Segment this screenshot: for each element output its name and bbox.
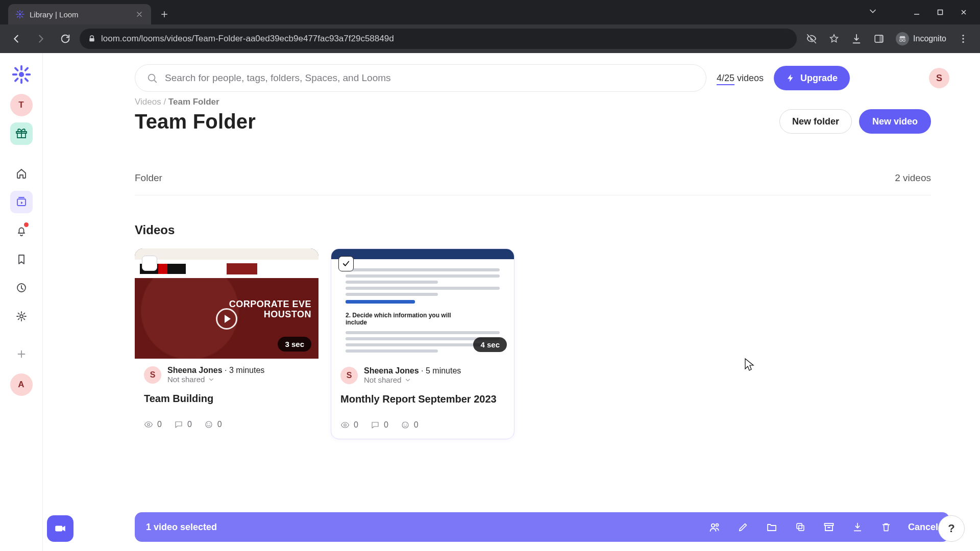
member-initial: A	[18, 380, 24, 390]
help-fab[interactable]: ?	[938, 515, 965, 542]
upgrade-button[interactable]: Upgrade	[774, 66, 850, 90]
comment-icon	[174, 420, 183, 429]
svg-point-16	[962, 38, 964, 39]
page-title: Team Folder	[135, 110, 256, 133]
svg-rect-21	[12, 73, 17, 76]
video-grid: CORPORATE EVE HOUSTON 3 sec S Sheena Jon…	[135, 248, 931, 439]
sidebar: T A	[0, 53, 43, 551]
archive-icon[interactable]	[818, 516, 840, 538]
bookmark-star-icon[interactable]	[823, 29, 845, 49]
usage-counter[interactable]: 4/25 videos	[717, 73, 764, 84]
back-button[interactable]	[6, 29, 27, 49]
delete-icon[interactable]	[875, 516, 897, 538]
author-avatar-initial: S	[347, 371, 352, 380]
selection-toolbar: 1 video selected Cancel	[135, 512, 949, 542]
svg-rect-4	[22, 14, 24, 15]
downloads-icon[interactable]	[846, 29, 867, 49]
svg-point-39	[712, 524, 715, 527]
tabs-dropdown-icon[interactable]	[868, 6, 878, 16]
member-chip[interactable]: A	[10, 373, 33, 396]
chevron-down-icon	[208, 376, 215, 383]
video-card[interactable]: 2. Decide which information you will inc…	[331, 248, 514, 439]
incognito-chip[interactable]: Incognito	[891, 32, 951, 45]
reactions-count: 0	[414, 420, 419, 430]
download-icon[interactable]	[847, 516, 868, 538]
search-icon	[146, 72, 158, 84]
share-status[interactable]: Not shared	[167, 375, 264, 384]
author-avatar-initial: S	[150, 370, 156, 380]
forward-button[interactable]	[31, 29, 51, 49]
edit-icon[interactable]	[732, 516, 754, 538]
sidebar-home-icon[interactable]	[10, 162, 33, 185]
svg-point-18	[18, 72, 23, 77]
breadcrumb-parent[interactable]: Videos	[135, 97, 161, 107]
profile-avatar[interactable]: S	[929, 68, 949, 88]
omnibox[interactable]: loom.com/looms/videos/Team-Folder-aa0ed3…	[80, 29, 797, 49]
sidebar-history-icon[interactable]	[10, 277, 33, 299]
breadcrumb-current: Team Folder	[168, 97, 219, 107]
incognito-icon	[896, 32, 909, 45]
sidebar-notifications-icon[interactable]	[10, 219, 33, 242]
select-checkbox[interactable]	[142, 256, 157, 271]
close-tab-icon[interactable]	[135, 10, 144, 19]
search-input[interactable]: Search for people, tags, folders, Spaces…	[135, 64, 706, 92]
share-people-icon[interactable]	[704, 516, 725, 538]
svg-point-30	[149, 74, 155, 81]
svg-point-34	[209, 423, 210, 424]
emoji-icon	[204, 420, 213, 429]
content: Videos / Team Folder Team Folder New fol…	[43, 97, 951, 439]
svg-rect-25	[23, 67, 29, 72]
svg-rect-5	[17, 11, 19, 13]
copy-icon[interactable]	[790, 516, 811, 538]
svg-point-29	[20, 315, 23, 318]
reload-button[interactable]	[55, 29, 76, 49]
svg-rect-22	[25, 73, 30, 76]
comment-icon	[371, 420, 380, 430]
panel-icon[interactable]	[868, 29, 890, 49]
reactions-count: 0	[217, 420, 222, 429]
svg-rect-19	[20, 65, 22, 70]
play-icon	[216, 308, 237, 330]
time-ago: 3 minutes	[229, 366, 264, 374]
author-name: Sheena Jones	[167, 366, 223, 374]
new-tab-button[interactable]	[157, 7, 172, 21]
select-checkbox[interactable]	[338, 256, 354, 271]
video-card[interactable]: CORPORATE EVE HOUSTON 3 sec S Sheena Jon…	[135, 248, 318, 439]
svg-rect-3	[16, 14, 18, 15]
sidebar-add-icon[interactable]	[10, 343, 33, 365]
svg-point-36	[402, 422, 408, 428]
video-thumbnail[interactable]: CORPORATE EVE HOUSTON 3 sec	[135, 248, 318, 359]
move-folder-icon[interactable]	[761, 516, 782, 538]
maximize-button[interactable]	[929, 4, 951, 20]
record-fab[interactable]	[47, 515, 74, 542]
folder-meta-left: Folder	[135, 172, 162, 184]
window-controls	[905, 0, 975, 24]
hide-eye-icon[interactable]	[801, 29, 822, 49]
breadcrumb: Videos / Team Folder	[135, 97, 931, 107]
author-avatar: S	[340, 367, 358, 384]
svg-rect-7	[21, 11, 23, 13]
kebab-menu-icon[interactable]	[952, 29, 974, 49]
folder-meta-right: 2 videos	[895, 172, 931, 184]
svg-rect-12	[879, 35, 883, 42]
cancel-selection-button[interactable]: Cancel	[908, 522, 938, 533]
minimize-button[interactable]	[905, 4, 928, 20]
tab-strip: Library | Loom	[0, 0, 980, 24]
gift-icon[interactable]	[10, 122, 33, 145]
browser-tab[interactable]: Library | Loom	[8, 4, 151, 24]
share-status[interactable]: Not shared	[364, 375, 461, 384]
sidebar-bookmark-icon[interactable]	[10, 248, 33, 270]
eye-icon	[144, 420, 153, 429]
close-window-button[interactable]	[952, 4, 975, 20]
workspace-chip[interactable]: T	[10, 94, 33, 116]
search-placeholder: Search for people, tags, folders, Spaces…	[165, 72, 391, 84]
new-folder-button[interactable]: New folder	[779, 109, 852, 134]
share-status-text: Not shared	[364, 375, 401, 384]
video-thumbnail[interactable]: 2. Decide which information you will inc…	[331, 249, 514, 359]
lock-icon	[88, 35, 96, 43]
loom-logo-icon[interactable]	[11, 64, 32, 85]
sidebar-library-icon[interactable]	[10, 191, 33, 213]
sidebar-settings-icon[interactable]	[10, 305, 33, 328]
new-video-button[interactable]: New video	[859, 109, 931, 134]
svg-rect-43	[824, 523, 833, 525]
